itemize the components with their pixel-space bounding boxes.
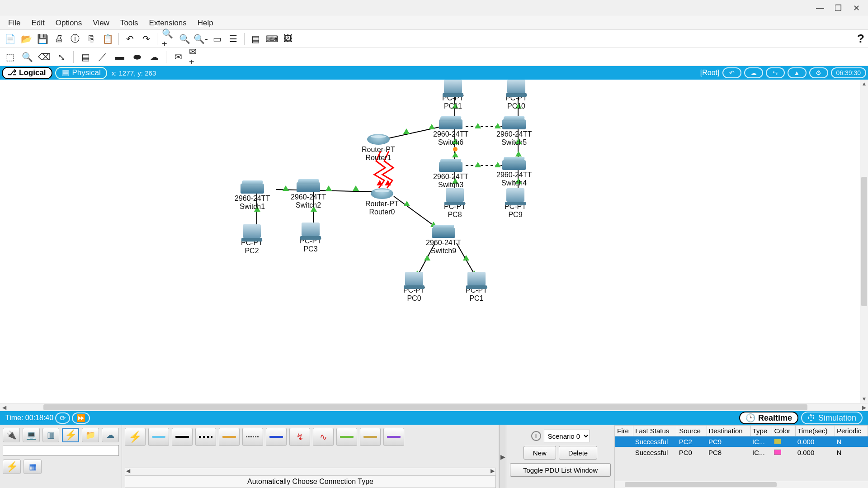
col-type[interactable]: Type <box>750 426 772 436</box>
connection-subtype-auto[interactable]: ⚡ <box>3 460 21 474</box>
scroll-left-icon[interactable]: ◀ <box>0 403 8 411</box>
conn-octal[interactable] <box>336 428 357 446</box>
environment-button[interactable]: ⚙ <box>809 67 828 78</box>
menu-tools[interactable]: Tools <box>116 17 143 29</box>
miscellaneous-category[interactable]: 📁 <box>82 428 99 442</box>
menu-help[interactable]: Help <box>193 17 218 29</box>
screenshot-icon[interactable]: 🖼 <box>282 33 294 45</box>
fast-forward-button[interactable]: ⏩ <box>72 412 90 424</box>
scroll-thumb[interactable] <box>625 482 777 487</box>
col-fire[interactable]: Fire <box>615 426 633 436</box>
canvas-horizontal-scrollbar[interactable]: ◀ ▶ <box>0 403 868 411</box>
device-switch5[interactable]: 2960-24TT Switch5 <box>496 119 532 147</box>
menu-view[interactable]: View <box>88 17 114 29</box>
cluster-button[interactable]: ☁ <box>744 67 763 78</box>
workspace-canvas[interactable]: PC-PT PC11 PC-PT PC10 2960-24TT Switch6 … <box>0 80 860 403</box>
keyboard-icon[interactable]: ⌨ <box>265 33 278 45</box>
undo-icon[interactable]: ↶ <box>123 33 136 45</box>
close-button[interactable]: ✕ <box>847 2 865 14</box>
save-icon[interactable]: 💾 <box>36 33 49 45</box>
pdu-horizontal-scrollbar[interactable] <box>615 481 868 488</box>
network-devices-category[interactable]: 🔌 <box>3 428 20 442</box>
select-tool-icon[interactable]: ⬚ <box>4 51 16 63</box>
zoom-reset-icon[interactable]: 🔍 <box>178 33 191 45</box>
end-devices-category[interactable]: 💻 <box>23 428 40 442</box>
col-source[interactable]: Source <box>677 426 707 436</box>
conn-straight[interactable] <box>172 428 193 446</box>
device-switch1[interactable]: 2960-24TT Switch1 <box>235 184 270 211</box>
col-time[interactable]: Time(sec) <box>796 426 835 436</box>
conn-cross[interactable] <box>195 428 216 446</box>
tab-logical[interactable]: ⎇ Logical <box>2 67 52 79</box>
mode-realtime[interactable]: 🕒 Realtime <box>739 412 798 424</box>
scroll-down-icon[interactable]: ▼ <box>860 395 868 403</box>
col-status[interactable]: Last Status <box>633 426 677 436</box>
notes-icon[interactable]: ▤ <box>249 33 262 45</box>
menu-extensions[interactable]: Extensions <box>145 17 191 29</box>
scroll-up-icon[interactable]: ▲ <box>860 80 868 88</box>
device-switch3[interactable]: 2960-24TT Switch3 <box>433 162 468 190</box>
device-router0[interactable]: Router-PT Router0 <box>365 188 399 217</box>
conn-iox[interactable] <box>360 428 381 446</box>
pdu-row[interactable]: Successful PC2 PC9 IC... 0.000 N <box>615 436 868 447</box>
new-file-icon[interactable]: 📄 <box>4 33 16 45</box>
resize-icon[interactable]: ⤡ <box>55 51 68 63</box>
device-switch9[interactable]: 2960-24TT Switch9 <box>426 228 461 256</box>
simple-pdu-icon[interactable]: ✉ <box>172 51 184 63</box>
device-search-input[interactable] <box>3 445 119 456</box>
ellipse-tool-icon[interactable]: ⬬ <box>131 51 143 63</box>
inspect-icon[interactable]: 🔍 <box>21 51 33 63</box>
scroll-right-icon[interactable]: ▶ <box>860 403 868 411</box>
complex-pdu-icon[interactable]: ✉+ <box>189 51 202 63</box>
place-note-icon[interactable]: ▤ <box>79 51 92 63</box>
col-periodic[interactable]: Periodic <box>835 426 868 436</box>
conn-phone[interactable] <box>242 428 263 446</box>
conn-serial-dte[interactable]: ∿ <box>313 428 334 446</box>
device-switch2[interactable]: 2960-24TT Switch2 <box>291 182 326 210</box>
device-pc1[interactable]: PC-PT PC1 <box>466 272 487 303</box>
move-object-button[interactable]: ⇆ <box>766 67 785 78</box>
pdu-row[interactable]: Successful PC0 PC8 IC... 0.000 N <box>615 447 868 458</box>
zoom-in-icon[interactable]: 🔍+ <box>162 33 175 45</box>
print-icon[interactable]: 🖨 <box>52 33 65 45</box>
mode-simulation[interactable]: ⏱ Simulation <box>801 412 863 424</box>
conn-coax[interactable] <box>266 428 287 446</box>
connections-category[interactable]: ⚡ <box>62 428 79 442</box>
device-pc0[interactable]: PC-PT PC0 <box>403 272 425 303</box>
rectangle-tool-icon[interactable]: ▬ <box>113 51 126 63</box>
scroll-thumb[interactable] <box>861 177 867 306</box>
activity-wizard-icon[interactable]: ⓘ <box>69 33 81 45</box>
maximize-button[interactable]: ❐ <box>829 2 847 14</box>
device-switch6[interactable]: 2960-24TT Switch6 <box>433 119 468 147</box>
scenario-delete-button[interactable]: Delete <box>559 446 597 460</box>
scroll-thumb[interactable] <box>43 404 807 410</box>
device-pc8[interactable]: PC-PT PC8 <box>444 188 466 219</box>
device-switch4[interactable]: 2960-24TT Switch4 <box>496 160 532 188</box>
device-router1[interactable]: Router-PT Router1 <box>362 134 395 162</box>
line-tool-icon[interactable]: ／ <box>96 51 109 63</box>
device-pc11[interactable]: PC-PT PC11 <box>442 80 464 111</box>
conn-console[interactable] <box>148 428 169 446</box>
custom-devices-icon[interactable]: ☰ <box>227 33 240 45</box>
multiuser-category[interactable]: ☁ <box>102 428 119 442</box>
conn-usb[interactable] <box>383 428 404 446</box>
conn-fiber[interactable] <box>219 428 240 446</box>
tab-physical[interactable]: ▤ Physical <box>55 67 107 79</box>
root-label[interactable]: [Root] <box>700 69 720 77</box>
components-category[interactable]: ▥ <box>42 428 60 442</box>
copy-icon[interactable]: ⎘ <box>85 33 98 45</box>
scenario-select[interactable]: Scenario 0 <box>544 430 590 442</box>
device-pc2[interactable]: PC-PT PC2 <box>241 224 263 256</box>
pdu-expand-handle[interactable]: ▶ <box>499 425 506 488</box>
device-pc9[interactable]: PC-PT PC9 <box>505 188 526 219</box>
conn-auto[interactable]: ⚡ <box>125 428 146 446</box>
toggle-pdu-list-button[interactable]: Toggle PDU List Window <box>510 463 611 477</box>
connection-scrollbar[interactable]: ◀ ▶ <box>125 468 496 476</box>
col-color[interactable]: Color <box>772 426 796 436</box>
scenario-info-icon[interactable]: i <box>531 431 541 441</box>
nav-back-button[interactable]: ↶ <box>722 67 741 78</box>
connection-subtype-grid[interactable]: ▦ <box>24 460 42 474</box>
paste-icon[interactable]: 📋 <box>101 33 114 45</box>
device-pc10[interactable]: PC-PT PC10 <box>505 80 527 111</box>
zoom-out-icon[interactable]: 🔍- <box>194 33 207 45</box>
